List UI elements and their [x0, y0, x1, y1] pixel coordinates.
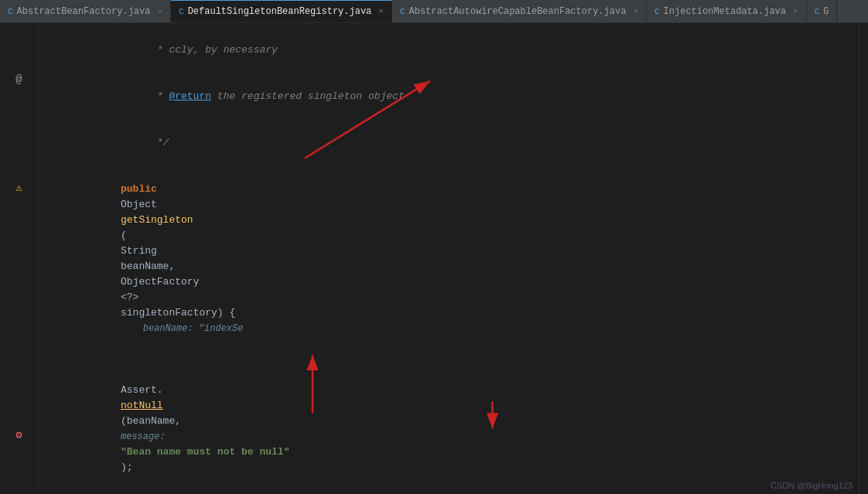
span-public: public — [121, 183, 163, 195]
tab-close-2[interactable]: × — [378, 7, 384, 16]
tab-bar: C AbstractBeanFactory.java × C DefaultSi… — [0, 0, 868, 23]
span-params: ( — [121, 230, 127, 241]
tab-icon-1: C — [8, 7, 13, 16]
span-message-hint: message: — [121, 431, 171, 442]
tab-label-1: AbstractBeanFactory.java — [17, 6, 151, 17]
tab-abstractbeanfactory[interactable]: C AbstractBeanFactory.java × — [0, 0, 171, 22]
tab-icon-2: C — [179, 7, 184, 16]
at-icon[interactable]: @ — [15, 73, 22, 86]
tab-extra[interactable]: C G — [807, 0, 838, 22]
editor-area: * ccly, by necessary * @return the regis… — [39, 23, 868, 494]
span-object: Object — [121, 199, 163, 210]
tab-label-2: DefaultSingletonBeanRegistry.java — [188, 6, 372, 17]
span-getsingleton: getSingleton — [121, 214, 193, 226]
gutter: @ ⚠ ⚙ — [0, 23, 39, 494]
tab-label-4: InjectionMetadata.java — [664, 6, 786, 17]
code-content: * ccly, by necessary * @return the regis… — [39, 23, 859, 494]
span-bean-name-null: "Bean name must not be null" — [121, 446, 289, 458]
code-line-synchronized: synchronized (this.singletonObjects) { — [39, 491, 859, 494]
code-text-comment-end: */ — [54, 120, 169, 166]
span-singletonfactory-param: singletonFactory) { — [121, 307, 235, 319]
span-assert-class: Assert. — [121, 384, 163, 396]
tab-icon-3: C — [400, 7, 405, 16]
span-generic: <?> — [121, 291, 145, 303]
tab-icon-4: C — [654, 7, 660, 16]
code-text-assert: Assert. notNull (beanName, message: "Bea… — [54, 352, 289, 491]
span-comment-return: * — [121, 90, 169, 102]
span-string-type: String — [121, 245, 163, 257]
code-text-method-sig: public Object getSingleton ( String bean… — [54, 166, 243, 352]
span-return-tag: @return — [169, 90, 211, 102]
span-assert-open: (beanName, — [121, 415, 187, 427]
span-assert-close: ); — [121, 462, 133, 473]
span-notnull: notNull — [121, 400, 163, 411]
warning-gutter-icon[interactable]: ⚠ — [15, 181, 22, 194]
span-return-text: the registered singleton object — [211, 90, 405, 102]
main-area: @ ⚠ ⚙ — [0, 23, 868, 494]
tab-icon-5: C — [815, 7, 820, 16]
debug-gutter-icon[interactable]: ⚙ — [15, 428, 22, 441]
code-text-synchronized: synchronized (this.singletonObjects) { — [54, 491, 272, 494]
code-text-return: * @return the registered singleton objec… — [54, 73, 405, 120]
right-scroll-panel[interactable] — [859, 23, 868, 494]
code-line-return: * @return the registered singleton objec… — [39, 73, 859, 120]
span-comment-end: */ — [121, 137, 169, 148]
span-beanname-param: beanName, — [121, 261, 181, 272]
tab-label-5: G — [823, 6, 829, 17]
watermark: CSDN @BigHong123 — [771, 481, 853, 490]
code-line-method-sig: public Object getSingleton ( String bean… — [39, 166, 859, 352]
tab-injectionmetadata[interactable]: C InjectionMetadata.java × — [647, 0, 807, 22]
tab-close-4[interactable]: × — [793, 7, 798, 16]
span-objfactory-type: ObjectFactory — [121, 276, 199, 288]
code-line-comment-end: */ — [39, 120, 859, 166]
tab-close-1[interactable]: × — [157, 7, 162, 16]
code-line-necessary: * ccly, by necessary — [39, 27, 859, 73]
tab-close-3[interactable]: × — [633, 7, 638, 16]
code-line-assert: Assert. notNull (beanName, message: "Bea… — [39, 352, 859, 491]
tab-label-3: AbstractAutowireCapableBeanFactory.java — [409, 6, 627, 17]
tab-abstractautowire[interactable]: C AbstractAutowireCapableBeanFactory.jav… — [392, 0, 647, 22]
span-beanname-hint: beanName: "indexSe — [121, 323, 243, 334]
code-text-necessary: * ccly, by necessary — [54, 27, 278, 73]
span-comment-necessary: * ccly, by necessary — [121, 44, 278, 56]
tab-defaultsingleton[interactable]: C DefaultSingletonBeanRegistry.java × — [171, 0, 392, 22]
